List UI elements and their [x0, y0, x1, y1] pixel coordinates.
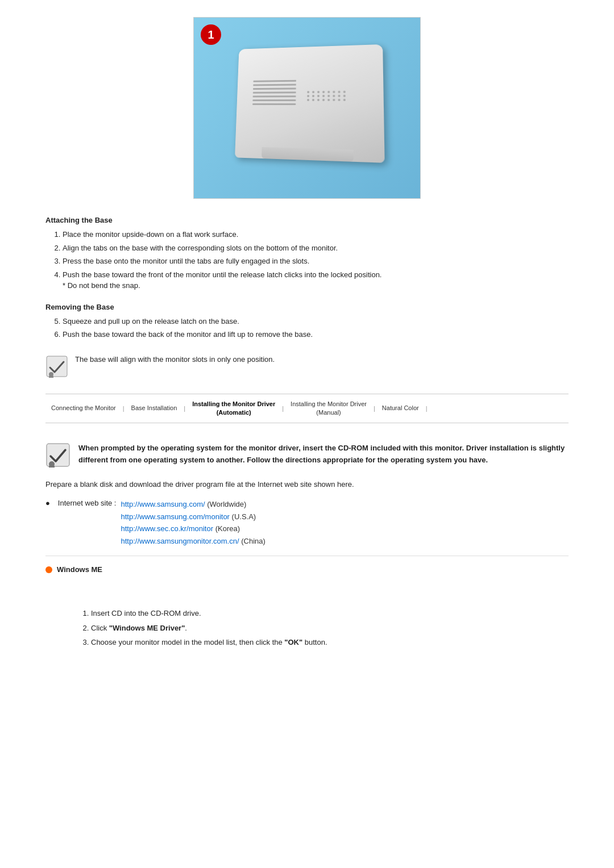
windows-me-heading: Windows ME	[45, 565, 569, 574]
nav-sep-2: |	[182, 405, 186, 412]
attaching-step-3: Press the base onto the monitor until th…	[63, 256, 569, 267]
svg-rect-2	[49, 375, 53, 378]
monitor-body	[235, 44, 385, 163]
attaching-section: Attaching the Base Place the monitor ups…	[45, 216, 569, 291]
step-badge: 1	[201, 24, 221, 45]
monitor-image-box: 1	[193, 17, 421, 199]
windows-me-label: Windows ME	[57, 565, 102, 574]
orange-dot-icon	[45, 566, 52, 573]
attaching-step-2: Align the tabs on the base with the corr…	[63, 243, 569, 254]
tab-installing-driver-auto[interactable]: Installing the Monitor Driver(Automatic)	[186, 400, 281, 418]
internet-links-row: ● Internet web site : http://www.samsung…	[45, 499, 569, 546]
removing-step-5: Squeeze and pull up on the release latch…	[63, 316, 569, 327]
removing-section: Removing the Base Squeeze and pull up on…	[45, 303, 569, 340]
internet-links-list: http://www.samsung.com/ (Worldwide) http…	[121, 499, 265, 546]
tab-natural-color[interactable]: Natural Color	[376, 404, 425, 412]
monitor-vent	[252, 80, 296, 114]
bottom-step-3: Choose your monitor model in the model l…	[91, 637, 569, 648]
info-check-icon	[45, 443, 70, 468]
check-icon	[45, 355, 68, 378]
link-url-china[interactable]: http://www.samsungmonitor.com.cn/	[121, 537, 239, 545]
main-content-area: When prompted by the operating system fo…	[45, 437, 569, 658]
link-worldwide: http://www.samsung.com/ (Worldwide)	[121, 499, 265, 510]
link-url-korea[interactable]: http://www.sec.co.kr/monitor	[121, 524, 213, 533]
internet-label: Internet web site :	[58, 499, 117, 507]
monitor-stand	[262, 147, 354, 162]
attaching-steps-list: Place the monitor upside-down on a flat …	[63, 229, 569, 291]
check-note-text: The base will align with the monitor slo…	[75, 354, 275, 365]
link-desc-usa: (U.S.A)	[232, 512, 256, 521]
check-note-row: The base will align with the monitor slo…	[45, 352, 569, 380]
removing-steps-list: Squeeze and pull up on the release latch…	[63, 316, 569, 340]
prepare-text: Prepare a blank disk and download the dr…	[45, 479, 569, 491]
tab-connecting-monitor[interactable]: Connecting the Monitor	[45, 404, 122, 412]
nav-sep-5: |	[425, 405, 429, 412]
link-desc-china: (China)	[241, 537, 265, 545]
bottom-step-1: Insert CD into the CD-ROM drive.	[91, 608, 569, 619]
link-usa: http://www.samsung.com/monitor (U.S.A)	[121, 511, 265, 523]
windows-me-section: Windows ME	[45, 565, 569, 574]
link-korea: http://www.sec.co.kr/monitor (Korea)	[121, 523, 265, 535]
nav-sep-3: |	[281, 405, 285, 412]
driver-info-bold: When prompted by the operating system fo…	[78, 444, 565, 464]
attaching-step-4: Push the base toward the front of the mo…	[63, 269, 569, 291]
svg-rect-5	[49, 465, 55, 468]
bullet-symbol: ●	[45, 499, 50, 507]
link-url-worldwide[interactable]: http://www.samsung.com/	[121, 500, 205, 508]
section-divider	[45, 556, 569, 556]
link-desc-korea: (Korea)	[215, 524, 240, 533]
bottom-step-2: Click "Windows ME Driver".	[91, 623, 569, 634]
driver-info-text: When prompted by the operating system fo…	[78, 443, 569, 466]
nav-sep-4: |	[372, 405, 376, 412]
removing-step-6: Push the base toward the back of the mon…	[63, 329, 569, 340]
nav-sep-1: |	[122, 405, 126, 412]
driver-info-box: When prompted by the operating system fo…	[45, 443, 569, 468]
link-url-usa[interactable]: http://www.samsung.com/monitor	[121, 512, 229, 521]
monitor-dot-grid	[307, 91, 347, 101]
bottom-steps-list: Insert CD into the CD-ROM drive. Click "…	[91, 608, 569, 648]
attaching-note: * Do not bend the snap.	[63, 281, 140, 290]
monitor-illustration	[227, 40, 387, 176]
link-china: http://www.samsungmonitor.com.cn/ (China…	[121, 536, 265, 547]
removing-heading: Removing the Base	[45, 303, 569, 311]
link-desc-worldwide: (Worldwide)	[207, 500, 246, 508]
monitor-image-section: 1	[45, 17, 569, 199]
attaching-step-1: Place the monitor upside-down on a flat …	[63, 229, 569, 240]
tab-base-installation[interactable]: Base Installation	[126, 404, 183, 412]
bottom-steps-section: Insert CD into the CD-ROM drive. Click "…	[74, 608, 569, 648]
nav-tabs-bar: Connecting the Monitor | Base Installati…	[45, 394, 569, 424]
attaching-heading: Attaching the Base	[45, 216, 569, 224]
tab-installing-driver-manual[interactable]: Installing the Monitor Driver(Manual)	[285, 400, 372, 418]
